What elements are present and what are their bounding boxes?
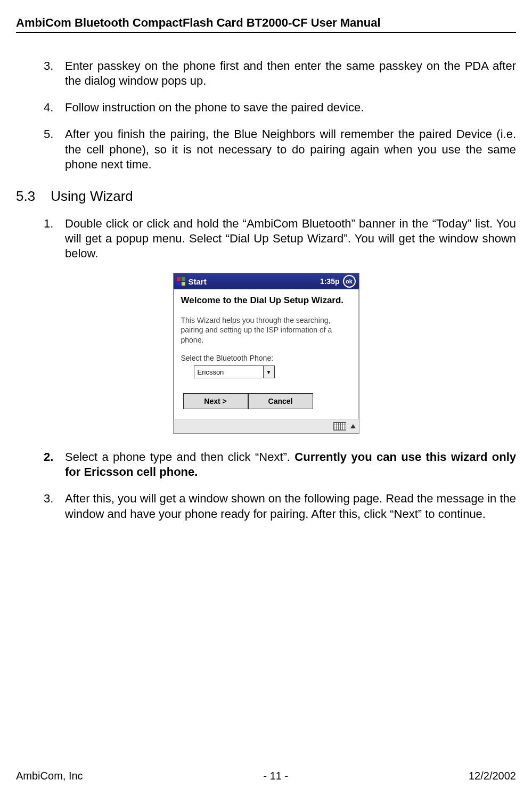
ok-button[interactable]: ok <box>343 275 356 288</box>
pda-window: Start 1:35p ok Welcome to the Dial Up Se… <box>173 273 359 434</box>
section-heading: 5.3 Using Wizard <box>16 188 516 205</box>
pda-taskbar <box>174 419 359 433</box>
wizard-welcome: Welcome to the Dial Up Setup Wizard. <box>181 295 351 306</box>
list-item: 1. Double click or click and hold the “A… <box>44 216 516 261</box>
list-text: Enter passkey on the phone first and the… <box>65 59 516 88</box>
list-number: 4. <box>44 100 65 115</box>
footer-left: AmbiCom, Inc <box>16 770 83 782</box>
list-item: 5. After you finish the pairing, the Blu… <box>44 127 516 172</box>
section-title: Using Wizard <box>51 188 133 204</box>
list-item: 3. Enter passkey on the phone first and … <box>44 59 516 88</box>
up-arrow-icon[interactable] <box>350 424 356 428</box>
list-number: 5. <box>44 127 65 172</box>
list-number: 1. <box>44 216 65 261</box>
list-number: 2. <box>44 450 65 480</box>
section-number: 5.3 <box>16 188 47 205</box>
footer-right: 12/2/2002 <box>469 770 516 782</box>
phone-dropdown[interactable]: Ericsson ▼ <box>194 365 275 378</box>
wizard-description: This Wizard helps you through the search… <box>181 315 351 346</box>
next-button[interactable]: Next > <box>183 393 248 409</box>
list-text: Select a phone type and then click “Next… <box>65 450 516 480</box>
windows-icon[interactable] <box>177 277 185 286</box>
header-rule <box>16 32 516 33</box>
pda-titlebar: Start 1:35p ok <box>174 273 359 289</box>
select-phone-label: Select the Bluetooth Phone: <box>181 354 351 362</box>
list-number: 3. <box>44 491 65 521</box>
pda-screenshot: Start 1:35p ok Welcome to the Dial Up Se… <box>16 273 516 434</box>
footer-center: - 11 - <box>263 770 288 782</box>
list-item: 2. Select a phone type and then click “N… <box>44 450 516 480</box>
page-header: AmbiCom Bluetooth CompactFlash Card BT20… <box>16 16 516 32</box>
pda-time: 1:35p <box>320 277 340 286</box>
list-number: 3. <box>44 59 65 88</box>
list-text: After you finish the pairing, the Blue N… <box>65 127 516 172</box>
pda-title: Start <box>189 277 320 286</box>
dropdown-value: Ericsson <box>194 368 263 376</box>
cancel-button[interactable]: Cancel <box>248 393 313 409</box>
list-text: Double click or click and hold the “Ambi… <box>65 216 516 261</box>
pda-body: Welcome to the Dial Up Setup Wizard. Thi… <box>174 289 359 419</box>
wizard-buttons: Next > Cancel <box>183 393 351 409</box>
list-text: After this, you will get a window shown … <box>65 491 516 521</box>
list-item: 4. Follow instruction on the phone to sa… <box>44 100 516 115</box>
chevron-down-icon[interactable]: ▼ <box>263 366 274 378</box>
page-footer: AmbiCom, Inc - 11 - 12/2/2002 <box>16 770 516 782</box>
text-lead: Select a phone type and then click “Next… <box>65 450 294 464</box>
keyboard-icon[interactable] <box>333 422 346 431</box>
list-text: Follow instruction on the phone to save … <box>65 100 516 115</box>
list-item: 3. After this, you will get a window sho… <box>44 491 516 521</box>
